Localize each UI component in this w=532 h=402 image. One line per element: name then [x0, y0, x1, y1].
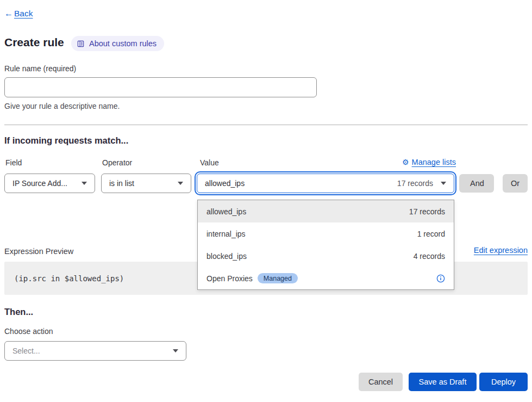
back-link-label: Back — [14, 9, 33, 18]
action-select-placeholder: Select... — [12, 347, 40, 355]
rule-name-helper: Give your rule a descriptive name. — [4, 102, 120, 110]
option-name: blocked_ips — [206, 252, 247, 261]
or-button[interactable]: Or — [503, 174, 528, 193]
option-record-count: 17 records — [409, 207, 445, 216]
dropdown-option-internal-ips[interactable]: internal_ips 1 record — [198, 222, 454, 245]
match-section-heading: If incoming requests match... — [4, 135, 128, 146]
info-icon[interactable] — [436, 274, 445, 283]
value-label: Value — [200, 158, 219, 167]
save-as-draft-button[interactable]: Save as Draft — [409, 373, 477, 391]
option-record-count: 1 record — [417, 230, 445, 238]
chevron-down-icon — [82, 182, 87, 185]
option-name: allowed_ips — [206, 207, 246, 216]
field-select[interactable]: IP Source Add... — [4, 174, 95, 193]
about-custom-rules-link[interactable]: About custom rules — [71, 36, 164, 51]
operator-select-value: is in list — [109, 179, 134, 188]
page-title: Create rule — [4, 36, 64, 49]
value-select-record-count: 17 records — [397, 179, 441, 188]
chevron-down-icon — [441, 182, 446, 185]
and-button[interactable]: And — [459, 174, 494, 193]
action-select[interactable]: Select... — [4, 341, 186, 361]
option-name: Open Proxies — [206, 274, 253, 283]
choose-action-label: Choose action — [4, 327, 53, 336]
field-select-value: IP Source Add... — [12, 179, 67, 188]
create-rule-page: ←Back Create rule About custom rules Rul… — [0, 0, 532, 402]
manage-lists-link[interactable]: ⚙ Manage lists — [402, 158, 456, 166]
operator-label: Operator — [102, 158, 132, 167]
about-custom-rules-label: About custom rules — [89, 39, 157, 48]
managed-badge: Managed — [258, 273, 298, 283]
cancel-button[interactable]: Cancel — [359, 373, 403, 391]
rule-name-input[interactable] — [4, 77, 317, 97]
back-link[interactable]: ←Back — [4, 9, 33, 18]
value-select-value: allowed_ips — [205, 179, 245, 188]
chevron-down-icon — [173, 349, 178, 352]
value-dropdown-panel: allowed_ips 17 records internal_ips 1 re… — [197, 200, 454, 290]
edit-expression-link[interactable]: Edit expression — [474, 246, 528, 255]
deploy-button[interactable]: Deploy — [479, 373, 528, 391]
back-arrow-icon: ← — [4, 9, 13, 18]
section-divider — [4, 125, 528, 125]
rule-name-label: Rule name (required) — [4, 64, 76, 73]
dropdown-option-open-proxies[interactable]: Open Proxies Managed — [198, 267, 454, 289]
value-select[interactable]: allowed_ips 17 records — [197, 174, 454, 193]
expression-code-text: (ip.src in $allowed_ips) — [14, 274, 124, 283]
gear-icon: ⚙ — [402, 158, 409, 166]
option-record-count: 4 records — [414, 252, 445, 261]
chevron-down-icon — [178, 182, 183, 185]
book-icon — [77, 40, 85, 48]
field-label: Field — [5, 158, 22, 167]
operator-select[interactable]: is in list — [101, 174, 191, 193]
then-section-heading: Then... — [4, 307, 33, 317]
expression-preview-label: Expression Preview — [4, 247, 73, 256]
manage-lists-label: Manage lists — [412, 158, 456, 166]
dropdown-option-blocked-ips[interactable]: blocked_ips 4 records — [198, 245, 454, 267]
option-name: internal_ips — [206, 230, 246, 238]
dropdown-option-allowed-ips[interactable]: allowed_ips 17 records — [198, 200, 454, 222]
